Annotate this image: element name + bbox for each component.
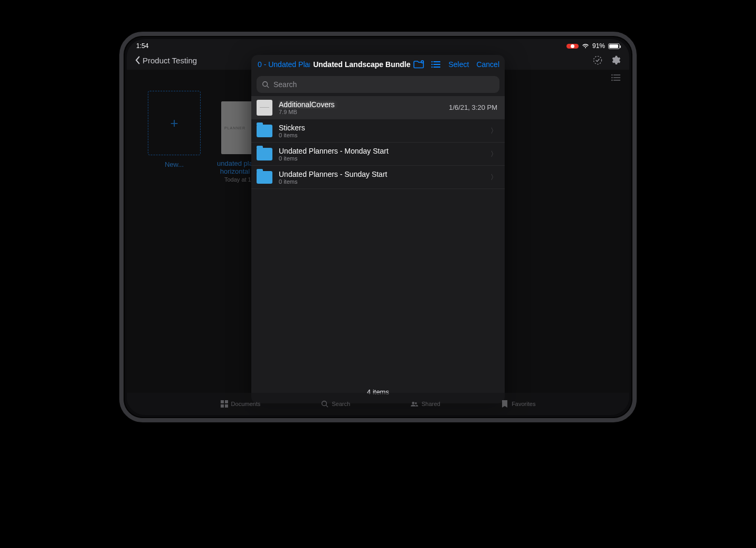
ipad-device-frame: 1:54 91% Product Testing xyxy=(119,32,637,422)
modal-title: Undated Landscape Bundle xyxy=(313,60,410,69)
list-item[interactable]: AdditionalCovers 7.9 MB 1/6/21, 3:20 PM xyxy=(251,96,505,119)
chevron-right-icon: 〉 xyxy=(490,149,497,159)
new-folder-icon[interactable] xyxy=(413,60,424,69)
tab-documents[interactable]: Documents xyxy=(221,400,261,408)
list-item-subtitle: 0 items xyxy=(279,132,481,138)
list-item-subtitle: 0 items xyxy=(279,178,481,185)
svg-point-15 xyxy=(415,402,417,404)
chevron-left-icon xyxy=(135,56,140,64)
tab-label: Favorites xyxy=(512,401,535,407)
folder-icon xyxy=(257,148,272,160)
people-icon xyxy=(411,400,418,408)
grid-icon xyxy=(221,400,228,408)
checkmark-circle-icon[interactable] xyxy=(592,55,603,65)
battery-icon xyxy=(608,43,620,49)
screen: 1:54 91% Product Testing xyxy=(127,39,629,415)
tab-favorites[interactable]: Favorites xyxy=(501,400,535,408)
list-item-title: Stickers xyxy=(279,124,481,132)
file-list: AdditionalCovers 7.9 MB 1/6/21, 3:20 PM … xyxy=(251,96,505,382)
modal-header: 0 - Undated Planners Undated Landscape B… xyxy=(251,55,505,74)
folder-icon xyxy=(257,171,272,184)
svg-point-5 xyxy=(431,61,433,63)
list-view-icon[interactable] xyxy=(431,61,441,68)
screen-recording-indicator[interactable] xyxy=(566,44,579,49)
modal-back-label: 0 - Undated Planners xyxy=(258,60,310,69)
list-item-title: Undated Planners - Monday Start xyxy=(279,147,481,155)
file-picker-modal: 0 - Undated Planners Undated Landscape B… xyxy=(251,55,505,403)
tab-label: Documents xyxy=(231,401,261,407)
battery-percent: 91% xyxy=(592,42,605,50)
folder-icon xyxy=(257,125,272,137)
wifi-icon xyxy=(582,43,589,49)
svg-rect-12 xyxy=(225,404,228,408)
back-button[interactable]: Product Testing xyxy=(135,56,197,65)
bookmark-icon xyxy=(501,400,508,408)
search-input[interactable]: Search xyxy=(257,76,499,93)
svg-rect-11 xyxy=(221,404,224,408)
svg-rect-10 xyxy=(225,400,228,403)
tab-shared[interactable]: Shared xyxy=(411,400,440,408)
back-label: Product Testing xyxy=(143,56,197,65)
search-icon xyxy=(262,81,269,88)
gear-icon[interactable] xyxy=(610,55,621,65)
search-icon xyxy=(321,400,328,408)
cancel-button[interactable]: Cancel xyxy=(476,60,499,69)
status-bar: 1:54 91% xyxy=(127,39,629,51)
tab-search[interactable]: Search xyxy=(321,400,350,408)
svg-point-0 xyxy=(594,56,602,64)
list-item-meta: 1/6/21, 3:20 PM xyxy=(449,103,497,111)
svg-point-6 xyxy=(431,64,433,65)
svg-point-8 xyxy=(263,82,268,87)
svg-point-14 xyxy=(412,402,415,404)
list-item-title: AdditionalCovers xyxy=(279,100,442,109)
chevron-right-icon: 〉 xyxy=(490,126,497,136)
list-item-subtitle: 0 items xyxy=(279,155,481,162)
svg-point-7 xyxy=(431,67,433,68)
chevron-right-icon: 〉 xyxy=(490,173,497,182)
status-time: 1:54 xyxy=(136,42,148,50)
tab-label: Search xyxy=(332,401,350,407)
modal-back-button[interactable]: 0 - Undated Planners xyxy=(257,60,310,69)
file-icon xyxy=(257,100,272,116)
tab-label: Shared xyxy=(421,401,440,407)
svg-rect-9 xyxy=(221,400,224,403)
list-item-title: Undated Planners - Sunday Start xyxy=(279,170,481,178)
list-item[interactable]: Undated Planners - Monday Start 0 items … xyxy=(251,143,505,166)
list-item[interactable]: Undated Planners - Sunday Start 0 items … xyxy=(251,166,505,189)
svg-point-13 xyxy=(322,401,327,406)
tab-bar: Documents Search Shared Favorites xyxy=(127,393,629,415)
list-item-subtitle: 7.9 MB xyxy=(279,109,442,115)
select-button[interactable]: Select xyxy=(448,60,469,69)
search-placeholder: Search xyxy=(273,80,297,89)
list-item[interactable]: Stickers 0 items 〉 xyxy=(251,119,505,143)
